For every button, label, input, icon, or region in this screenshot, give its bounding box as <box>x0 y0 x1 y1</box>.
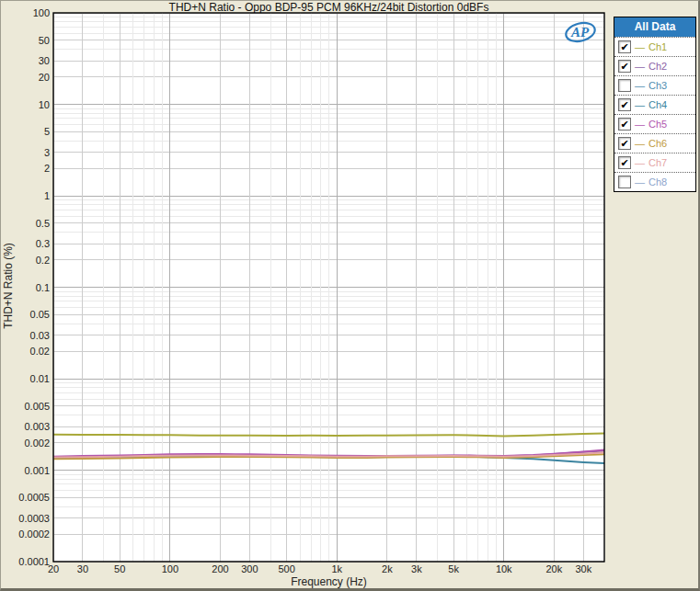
channel-line-swatch: — <box>635 99 645 110</box>
y-tick-label: 100 <box>33 7 50 18</box>
channel-label: Ch2 <box>648 61 667 72</box>
channel-line-swatch: — <box>635 157 645 168</box>
x-tick-label: 30k <box>565 563 602 574</box>
legend-item[interactable]: ✔ — Ch6 <box>614 133 695 153</box>
y-tick-label: 0.5 <box>36 218 50 229</box>
y-tick-label: 0.03 <box>30 330 50 341</box>
y-tick-label: 50 <box>39 35 50 46</box>
channel-checkbox[interactable]: ✔ <box>618 118 631 131</box>
y-tick-label: 1 <box>44 190 50 201</box>
y-tick-label: 2 <box>44 163 50 174</box>
plot-area[interactable] <box>1 1 700 591</box>
channel-label: Ch4 <box>648 99 667 110</box>
legend-item[interactable]: ✔ — Ch4 <box>614 95 695 114</box>
channel-checkbox[interactable] <box>618 79 631 92</box>
y-tick-label: 0.3 <box>36 238 50 249</box>
channel-line-swatch: — <box>635 61 645 72</box>
channel-checkbox[interactable]: ✔ <box>618 156 631 169</box>
y-tick-label: 10 <box>39 99 50 110</box>
y-axis-label: THD+N Ratio (%) <box>2 226 15 346</box>
legend-item[interactable]: ✔ — Ch1 <box>614 37 695 56</box>
y-tick-label: 0.05 <box>30 309 50 320</box>
legend-item[interactable]: — Ch8 <box>614 172 695 191</box>
y-tick-label: 0.0002 <box>18 528 50 540</box>
x-tick-label: 1k <box>318 563 355 574</box>
legend-item[interactable]: ✔ — Ch7 <box>614 153 695 172</box>
legend-panel: All Data ✔ — Ch1 ✔ — Ch2 — Ch3 ✔ — Ch4 ✔… <box>614 17 696 192</box>
x-tick-label: 500 <box>269 563 305 574</box>
y-tick-label: 30 <box>39 55 50 66</box>
x-tick-label: 3k <box>398 563 435 574</box>
legend-item[interactable]: ✔ — Ch5 <box>614 114 695 133</box>
x-tick-label: 5k <box>435 563 472 574</box>
y-tick-label: 0.005 <box>24 401 50 412</box>
y-tick-label: 20 <box>39 72 50 83</box>
channel-label: Ch6 <box>648 138 667 149</box>
channel-line-swatch: — <box>635 119 645 130</box>
ap-graph-window: THD+N Ratio - Oppo BDP-95 PCM 96KHz/24bi… <box>0 0 700 591</box>
x-tick-label: 50 <box>101 563 138 574</box>
channel-label: Ch5 <box>648 119 667 130</box>
channel-line-swatch: — <box>635 41 645 52</box>
channel-label: Ch7 <box>648 157 667 168</box>
x-tick-label: 30 <box>64 563 101 574</box>
y-tick-label: 0.0005 <box>18 492 50 503</box>
channel-line-swatch: — <box>635 176 645 188</box>
legend-header[interactable]: All Data <box>614 17 695 37</box>
channel-line-swatch: — <box>635 80 645 91</box>
y-tick-label: 0.02 <box>30 346 50 357</box>
y-tick-label: 0.001 <box>24 465 50 476</box>
channel-checkbox[interactable]: ✔ <box>618 60 631 73</box>
y-tick-label: 0.0003 <box>18 513 50 524</box>
legend-items: ✔ — Ch1 ✔ — Ch2 — Ch3 ✔ — Ch4 ✔ — Ch5 ✔ … <box>614 37 695 191</box>
y-tick-label: 3 <box>44 147 50 158</box>
y-tick-label: 5 <box>44 126 50 137</box>
y-tick-label: 0.01 <box>30 373 50 384</box>
audio-precision-logo: AP <box>562 18 599 50</box>
channel-checkbox[interactable]: ✔ <box>618 137 631 150</box>
channel-label: Ch3 <box>648 80 667 91</box>
legend-item[interactable]: — Ch3 <box>614 75 695 95</box>
legend-item[interactable]: ✔ — Ch2 <box>614 56 695 75</box>
channel-checkbox[interactable]: ✔ <box>618 98 631 111</box>
channel-checkbox[interactable]: ✔ <box>618 40 631 53</box>
channel-label: Ch8 <box>648 176 667 188</box>
y-tick-label: 0.1 <box>36 282 50 293</box>
channel-checkbox[interactable] <box>618 176 631 188</box>
ap-logo-text: AP <box>570 25 590 40</box>
x-axis-label: Frequency (Hz) <box>53 575 604 588</box>
x-tick-label: 300 <box>231 563 268 574</box>
channel-label: Ch1 <box>648 41 667 52</box>
y-tick-label: 0.002 <box>24 438 50 449</box>
y-tick-label: 0.003 <box>24 421 50 432</box>
channel-line-swatch: — <box>635 138 645 149</box>
x-tick-label: 10k <box>486 563 522 574</box>
x-tick-label: 100 <box>152 563 189 574</box>
y-tick-label: 0.2 <box>36 255 50 266</box>
